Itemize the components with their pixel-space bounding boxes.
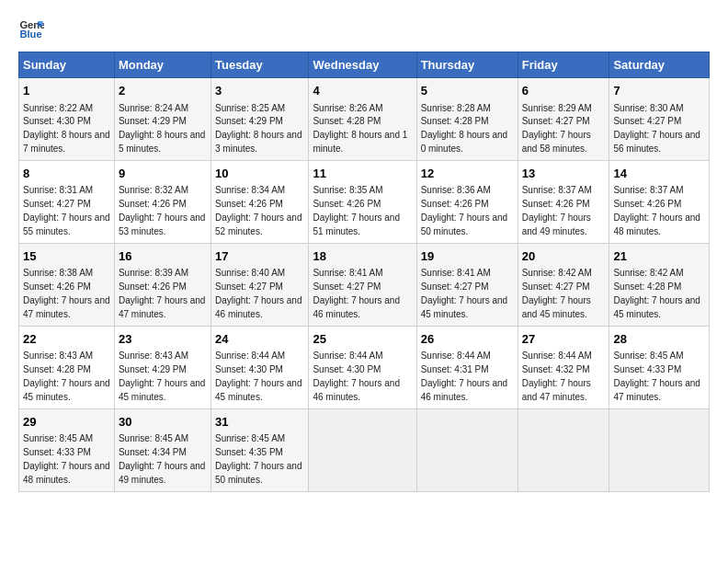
- column-header-thursday: Thursday: [416, 52, 518, 78]
- calendar-cell: 8 Sunrise: 8:31 AMSunset: 4:27 PMDayligh…: [19, 160, 115, 243]
- calendar-cell: 23 Sunrise: 8:43 AMSunset: 4:29 PMDaylig…: [114, 326, 210, 408]
- calendar-cell: 4 Sunrise: 8:26 AMSunset: 4:28 PMDayligh…: [309, 78, 416, 161]
- day-info: Sunrise: 8:41 AMSunset: 4:27 PMDaylight:…: [421, 268, 508, 319]
- calendar-cell: 16 Sunrise: 8:39 AMSunset: 4:26 PMDaylig…: [114, 243, 210, 326]
- day-info: Sunrise: 8:25 AMSunset: 4:29 PMDaylight:…: [215, 103, 302, 155]
- day-number: 5: [421, 83, 514, 99]
- calendar-week-2: 8 Sunrise: 8:31 AMSunset: 4:27 PMDayligh…: [19, 160, 710, 243]
- day-number: 2: [119, 83, 207, 99]
- calendar-cell: 27 Sunrise: 8:44 AMSunset: 4:32 PMDaylig…: [518, 326, 609, 408]
- day-info: Sunrise: 8:26 AMSunset: 4:28 PMDaylight:…: [313, 103, 407, 155]
- calendar-week-3: 15 Sunrise: 8:38 AMSunset: 4:26 PMDaylig…: [19, 243, 710, 326]
- calendar-week-1: 1 Sunrise: 8:22 AMSunset: 4:30 PMDayligh…: [19, 78, 710, 161]
- calendar-cell: 3 Sunrise: 8:25 AMSunset: 4:29 PMDayligh…: [210, 78, 308, 161]
- day-number: 13: [522, 166, 606, 182]
- calendar-cell: 28 Sunrise: 8:45 AMSunset: 4:33 PMDaylig…: [609, 326, 710, 408]
- calendar-cell: 5 Sunrise: 8:28 AMSunset: 4:28 PMDayligh…: [416, 78, 518, 161]
- calendar-cell: 13 Sunrise: 8:37 AMSunset: 4:26 PMDaylig…: [518, 160, 609, 243]
- calendar-cell: 1 Sunrise: 8:22 AMSunset: 4:30 PMDayligh…: [19, 78, 115, 161]
- calendar-cell: 24 Sunrise: 8:44 AMSunset: 4:30 PMDaylig…: [210, 326, 308, 408]
- day-number: 10: [215, 166, 304, 182]
- day-number: 8: [23, 166, 110, 182]
- day-info: Sunrise: 8:34 AMSunset: 4:26 PMDaylight:…: [215, 185, 302, 236]
- calendar-cell: 26 Sunrise: 8:44 AMSunset: 4:31 PMDaylig…: [416, 326, 518, 408]
- day-info: Sunrise: 8:32 AMSunset: 4:26 PMDaylight:…: [119, 185, 206, 236]
- calendar-cell: [518, 408, 609, 491]
- day-number: 3: [215, 83, 304, 99]
- day-info: Sunrise: 8:29 AMSunset: 4:27 PMDaylight:…: [522, 103, 592, 155]
- day-info: Sunrise: 8:22 AMSunset: 4:30 PMDaylight:…: [23, 103, 110, 155]
- day-info: Sunrise: 8:37 AMSunset: 4:26 PMDaylight:…: [613, 185, 700, 236]
- calendar-cell: 15 Sunrise: 8:38 AMSunset: 4:26 PMDaylig…: [19, 243, 115, 326]
- day-number: 23: [119, 331, 207, 348]
- calendar-cell: 29 Sunrise: 8:45 AMSunset: 4:33 PMDaylig…: [19, 408, 115, 491]
- day-info: Sunrise: 8:36 AMSunset: 4:26 PMDaylight:…: [421, 185, 508, 236]
- calendar-cell: 31 Sunrise: 8:45 AMSunset: 4:35 PMDaylig…: [210, 408, 308, 491]
- day-info: Sunrise: 8:45 AMSunset: 4:33 PMDaylight:…: [613, 350, 700, 402]
- calendar-cell: 30 Sunrise: 8:45 AMSunset: 4:34 PMDaylig…: [114, 408, 210, 491]
- day-number: 31: [215, 414, 304, 431]
- calendar-body: 1 Sunrise: 8:22 AMSunset: 4:30 PMDayligh…: [19, 78, 710, 492]
- day-number: 4: [313, 83, 412, 99]
- day-number: 29: [23, 414, 110, 431]
- day-info: Sunrise: 8:41 AMSunset: 4:27 PMDaylight:…: [313, 268, 400, 319]
- calendar-cell: 2 Sunrise: 8:24 AMSunset: 4:29 PMDayligh…: [114, 78, 210, 161]
- day-info: Sunrise: 8:24 AMSunset: 4:29 PMDaylight:…: [119, 103, 206, 155]
- day-info: Sunrise: 8:43 AMSunset: 4:29 PMDaylight:…: [119, 350, 206, 402]
- day-number: 15: [23, 248, 110, 265]
- day-info: Sunrise: 8:42 AMSunset: 4:27 PMDaylight:…: [522, 268, 592, 319]
- column-header-wednesday: Wednesday: [309, 52, 416, 78]
- header: General Blue: [18, 15, 710, 40]
- calendar-cell: 25 Sunrise: 8:44 AMSunset: 4:30 PMDaylig…: [309, 326, 416, 408]
- day-number: 26: [421, 331, 514, 348]
- day-info: Sunrise: 8:45 AMSunset: 4:33 PMDaylight:…: [23, 433, 110, 485]
- day-info: Sunrise: 8:45 AMSunset: 4:34 PMDaylight:…: [119, 433, 206, 485]
- day-number: 25: [313, 331, 412, 348]
- day-number: 6: [522, 83, 606, 99]
- day-number: 14: [613, 166, 705, 182]
- day-info: Sunrise: 8:42 AMSunset: 4:28 PMDaylight:…: [613, 268, 700, 319]
- day-info: Sunrise: 8:44 AMSunset: 4:31 PMDaylight:…: [421, 350, 508, 402]
- day-number: 21: [613, 248, 705, 265]
- day-info: Sunrise: 8:38 AMSunset: 4:26 PMDaylight:…: [23, 268, 110, 319]
- column-header-friday: Friday: [518, 52, 609, 78]
- day-info: Sunrise: 8:44 AMSunset: 4:30 PMDaylight:…: [313, 350, 400, 402]
- calendar-cell: [416, 408, 518, 491]
- column-header-tuesday: Tuesday: [210, 52, 308, 78]
- day-info: Sunrise: 8:35 AMSunset: 4:26 PMDaylight:…: [313, 185, 400, 236]
- calendar-cell: 14 Sunrise: 8:37 AMSunset: 4:26 PMDaylig…: [609, 160, 710, 243]
- day-number: 30: [119, 414, 207, 431]
- day-number: 20: [522, 248, 606, 265]
- day-number: 17: [215, 248, 304, 265]
- day-number: 1: [23, 83, 110, 99]
- calendar-cell: 18 Sunrise: 8:41 AMSunset: 4:27 PMDaylig…: [309, 243, 416, 326]
- calendar-cell: 6 Sunrise: 8:29 AMSunset: 4:27 PMDayligh…: [518, 78, 609, 161]
- calendar-cell: 7 Sunrise: 8:30 AMSunset: 4:27 PMDayligh…: [609, 78, 710, 161]
- column-header-monday: Monday: [114, 52, 210, 78]
- day-info: Sunrise: 8:39 AMSunset: 4:26 PMDaylight:…: [119, 268, 206, 319]
- column-header-sunday: Sunday: [19, 52, 115, 78]
- calendar-cell: 11 Sunrise: 8:35 AMSunset: 4:26 PMDaylig…: [309, 160, 416, 243]
- day-number: 7: [613, 83, 705, 99]
- day-number: 9: [119, 166, 207, 182]
- calendar-cell: 9 Sunrise: 8:32 AMSunset: 4:26 PMDayligh…: [114, 160, 210, 243]
- day-info: Sunrise: 8:44 AMSunset: 4:32 PMDaylight:…: [522, 350, 592, 402]
- day-info: Sunrise: 8:43 AMSunset: 4:28 PMDaylight:…: [23, 350, 110, 402]
- logo-icon: General Blue: [18, 15, 44, 40]
- svg-text:Blue: Blue: [19, 29, 41, 40]
- day-info: Sunrise: 8:31 AMSunset: 4:27 PMDaylight:…: [23, 185, 110, 236]
- day-number: 24: [215, 331, 304, 348]
- calendar-cell: [609, 408, 710, 491]
- calendar-header-row: SundayMondayTuesdayWednesdayThursdayFrid…: [19, 52, 710, 78]
- calendar-cell: 21 Sunrise: 8:42 AMSunset: 4:28 PMDaylig…: [609, 243, 710, 326]
- day-info: Sunrise: 8:28 AMSunset: 4:28 PMDaylight:…: [421, 103, 508, 155]
- calendar-cell: 17 Sunrise: 8:40 AMSunset: 4:27 PMDaylig…: [210, 243, 308, 326]
- calendar-cell: 12 Sunrise: 8:36 AMSunset: 4:26 PMDaylig…: [416, 160, 518, 243]
- logo: General Blue: [18, 15, 48, 40]
- day-number: 27: [522, 331, 606, 348]
- calendar-cell: 19 Sunrise: 8:41 AMSunset: 4:27 PMDaylig…: [416, 243, 518, 326]
- day-number: 22: [23, 331, 110, 348]
- day-number: 12: [421, 166, 514, 182]
- calendar-week-5: 29 Sunrise: 8:45 AMSunset: 4:33 PMDaylig…: [19, 408, 710, 491]
- day-number: 28: [613, 331, 705, 348]
